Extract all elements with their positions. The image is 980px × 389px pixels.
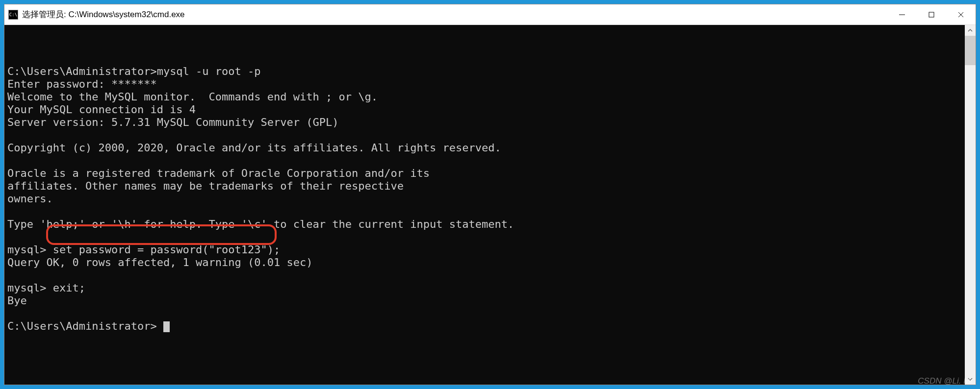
terminal-line: Copyright (c) 2000, 2020, Oracle and/or … bbox=[7, 142, 962, 154]
terminal-line: Server version: 5.7.31 MySQL Community S… bbox=[7, 116, 962, 129]
terminal-line bbox=[7, 231, 962, 243]
minimize-icon bbox=[899, 11, 905, 18]
cmd-icon: C:\ bbox=[8, 10, 18, 20]
terminal-line bbox=[7, 307, 962, 320]
scroll-track[interactable] bbox=[965, 36, 976, 374]
minimize-button[interactable] bbox=[887, 4, 917, 24]
terminal-line: C:\Users\Administrator> bbox=[7, 320, 962, 333]
terminal-output[interactable]: C:\Users\Administrator>mysql -u root -pE… bbox=[4, 25, 965, 385]
terminal-line: Enter password: ******* bbox=[7, 78, 962, 91]
terminal-line bbox=[7, 205, 962, 218]
terminal-line: C:\Users\Administrator>mysql -u root -p bbox=[7, 65, 962, 78]
cmd-window: C:\ 选择管理员: C:\Windows\system32\cmd.exe C… bbox=[4, 4, 976, 385]
maximize-icon bbox=[928, 11, 935, 18]
terminal-line: Bye bbox=[7, 294, 962, 307]
terminal-line: mysql> set password = password("root123"… bbox=[7, 243, 962, 256]
terminal-line: Oracle is a registered trademark of Orac… bbox=[7, 167, 962, 180]
terminal-line bbox=[7, 269, 962, 282]
terminal-area: C:\Users\Administrator>mysql -u root -pE… bbox=[4, 25, 976, 385]
vertical-scrollbar[interactable] bbox=[965, 25, 976, 385]
terminal-line: mysql> exit; bbox=[7, 282, 962, 294]
terminal-line: affiliates. Other names may be trademark… bbox=[7, 180, 962, 193]
scroll-up-button[interactable] bbox=[965, 25, 976, 36]
terminal-line: owners. bbox=[7, 193, 962, 205]
terminal-line: Query OK, 0 rows affected, 1 warning (0.… bbox=[7, 256, 962, 269]
terminal-line: Your MySQL connection id is 4 bbox=[7, 103, 962, 116]
cursor bbox=[163, 321, 170, 332]
watermark: CSDN @Li. Mr bbox=[918, 376, 973, 386]
scroll-thumb[interactable] bbox=[965, 36, 976, 65]
chevron-up-icon bbox=[968, 28, 973, 33]
close-icon bbox=[957, 11, 964, 18]
terminal-line: Welcome to the MySQL monitor. Commands e… bbox=[7, 91, 962, 103]
maximize-button[interactable] bbox=[917, 4, 946, 24]
titlebar[interactable]: C:\ 选择管理员: C:\Windows\system32\cmd.exe bbox=[4, 4, 976, 25]
window-title: 选择管理员: C:\Windows\system32\cmd.exe bbox=[22, 9, 887, 20]
terminal-line: Type 'help;' or '\h' for help. Type '\c'… bbox=[7, 218, 962, 231]
close-button[interactable] bbox=[946, 4, 976, 24]
terminal-line bbox=[7, 154, 962, 167]
window-controls bbox=[887, 4, 976, 24]
svg-rect-1 bbox=[929, 12, 934, 17]
terminal-line bbox=[7, 129, 962, 142]
